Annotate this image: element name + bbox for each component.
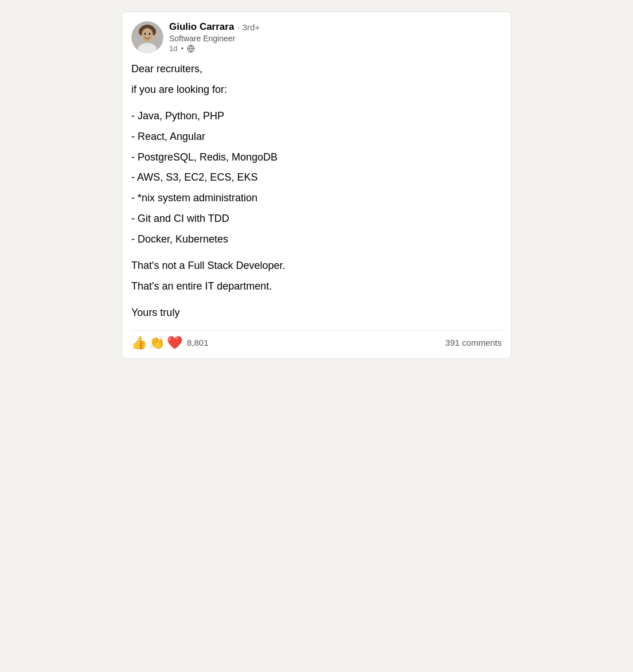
post-meta: 1d • xyxy=(169,44,260,53)
content-item2: - React, Angular xyxy=(131,129,502,145)
blank-line-3 xyxy=(131,299,502,305)
author-name-row: Giulio Carrara · 3rd+ xyxy=(169,21,260,33)
content-item4: - AWS, S3, EC2, ECS, EKS xyxy=(131,170,502,186)
post-card: Giulio Carrara · 3rd+ Software Engineer … xyxy=(122,11,511,359)
time-ago: 1d xyxy=(169,44,177,53)
blank-line-1 xyxy=(131,103,502,108)
reactions-left: 👍 👏 ❤️ 8,801 xyxy=(131,337,209,349)
heart-reaction-icon: ❤️ xyxy=(167,337,182,349)
author-name[interactable]: Giulio Carrara xyxy=(169,21,234,33)
content-line1: Dear recruiters, xyxy=(131,61,502,77)
svg-point-5 xyxy=(142,28,153,42)
like-reaction-icon: 👍 xyxy=(131,337,147,349)
svg-point-7 xyxy=(149,33,151,35)
post-header: Giulio Carrara · 3rd+ Software Engineer … xyxy=(131,21,502,53)
content-item6: - Git and CI with TDD xyxy=(131,211,502,227)
author-title: Software Engineer xyxy=(169,34,260,43)
author-info: Giulio Carrara · 3rd+ Software Engineer … xyxy=(169,21,260,53)
clap-reaction-icon: 👏 xyxy=(149,337,165,349)
content-conclusion2: That's an entire IT department. xyxy=(131,279,502,295)
globe-icon xyxy=(187,45,195,53)
content-item3: - PostgreSQL, Redis, MongoDB xyxy=(131,150,502,166)
reaction-count: 8,801 xyxy=(187,338,209,347)
content-conclusion1: That's not a Full Stack Developer. xyxy=(131,258,502,274)
content-item1: - Java, Python, PHP xyxy=(131,108,502,124)
meta-separator: • xyxy=(181,44,183,53)
blank-line-2 xyxy=(131,252,502,258)
content-item5: - *nix system administration xyxy=(131,190,502,206)
comments-count[interactable]: 391 comments xyxy=(446,338,502,347)
avatar[interactable] xyxy=(131,21,163,53)
content-line2: if you are looking for: xyxy=(131,82,502,98)
svg-point-6 xyxy=(144,33,146,35)
reactions-bar: 👍 👏 ❤️ 8,801 391 comments xyxy=(131,330,502,349)
post-content: Dear recruiters, if you are looking for:… xyxy=(131,61,502,321)
content-item7: - Docker, Kubernetes xyxy=(131,232,502,248)
content-sign-off: Yours truly xyxy=(131,305,502,321)
connection-degree: · 3rd+ xyxy=(237,22,260,32)
